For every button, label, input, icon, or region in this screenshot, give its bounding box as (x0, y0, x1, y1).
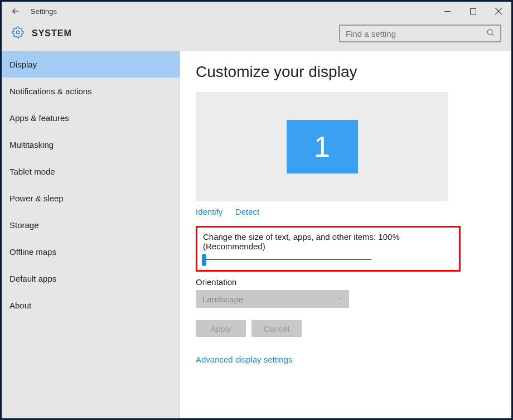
svg-point-4 (16, 31, 20, 34)
slider-track (203, 259, 371, 260)
page-heading: Customize your display (196, 63, 496, 81)
orientation-section: Orientation Landscape (196, 277, 496, 308)
close-icon (495, 8, 502, 15)
sidebar-item-label: Multitasking (9, 140, 54, 149)
svg-point-5 (487, 30, 492, 35)
sidebar-item-offline-maps[interactable]: Offline maps (2, 238, 180, 265)
minimize-button[interactable] (434, 2, 460, 21)
sidebar-item-default-apps[interactable]: Default apps (2, 265, 180, 292)
display-preview[interactable]: 1 (196, 92, 448, 201)
sidebar-item-label: About (9, 301, 31, 310)
sidebar-item-tablet-mode[interactable]: Tablet mode (2, 158, 180, 185)
main-content: Customize your display 1 Identify Detect… (180, 51, 511, 418)
body: Display Notifications & actions Apps & f… (2, 51, 511, 418)
sidebar-item-label: Storage (9, 220, 39, 230)
orientation-dropdown: Landscape (196, 290, 349, 308)
settings-window: Settings SYSTEM Display (0, 0, 513, 420)
detect-link[interactable]: Detect (235, 207, 259, 216)
scale-slider[interactable] (203, 259, 453, 260)
svg-line-6 (492, 33, 493, 35)
sidebar-item-multitasking[interactable]: Multitasking (2, 131, 180, 158)
minimize-icon (444, 8, 451, 15)
sidebar-item-label: Display (9, 60, 37, 69)
apply-button: Apply (196, 320, 246, 337)
cancel-button-label: Cancel (264, 324, 290, 334)
sidebar: Display Notifications & actions Apps & f… (2, 51, 180, 418)
sidebar-item-label: Offline maps (9, 247, 56, 257)
cancel-button: Cancel (251, 320, 302, 337)
arrow-left-icon (11, 6, 21, 16)
back-button[interactable] (7, 3, 24, 20)
orientation-label: Orientation (196, 277, 496, 287)
header: SYSTEM (2, 21, 511, 51)
close-button[interactable] (486, 2, 511, 21)
sidebar-item-apps-features[interactable]: Apps & features (2, 104, 180, 131)
sidebar-item-label: Notifications & actions (9, 86, 92, 96)
advanced-display-settings-link[interactable]: Advanced display settings (196, 355, 496, 364)
slider-thumb[interactable] (202, 254, 206, 266)
svg-rect-1 (470, 8, 476, 14)
window-controls (434, 2, 511, 21)
chevron-down-icon (336, 295, 343, 304)
sidebar-item-about[interactable]: About (2, 292, 180, 318)
search-icon (486, 28, 495, 39)
section-title: SYSTEM (32, 28, 339, 38)
monitor-number: 1 (314, 130, 330, 163)
sidebar-item-label: Power & sleep (9, 194, 64, 203)
sidebar-item-storage[interactable]: Storage (2, 211, 180, 238)
search-box[interactable] (339, 25, 501, 42)
search-input[interactable] (346, 29, 486, 38)
scale-section-highlight: Change the size of text, apps, and other… (196, 226, 461, 272)
sidebar-item-display[interactable]: Display (2, 51, 180, 78)
display-links: Identify Detect (196, 207, 496, 217)
sidebar-item-notifications[interactable]: Notifications & actions (2, 78, 180, 104)
orientation-value: Landscape (202, 295, 243, 304)
maximize-button[interactable] (460, 2, 486, 21)
identify-link[interactable]: Identify (196, 207, 222, 216)
gear-icon (12, 26, 24, 41)
sidebar-item-label: Default apps (9, 274, 56, 283)
button-row: Apply Cancel (196, 320, 496, 337)
sidebar-item-label: Apps & features (9, 113, 69, 123)
titlebar: Settings (2, 2, 511, 21)
apply-button-label: Apply (210, 324, 231, 334)
sidebar-item-label: Tablet mode (9, 167, 55, 176)
maximize-icon (470, 8, 476, 15)
monitor-thumbnail[interactable]: 1 (287, 120, 358, 173)
sidebar-item-power-sleep[interactable]: Power & sleep (2, 185, 180, 211)
scale-label: Change the size of text, apps, and other… (203, 232, 453, 251)
window-title: Settings (31, 7, 434, 16)
